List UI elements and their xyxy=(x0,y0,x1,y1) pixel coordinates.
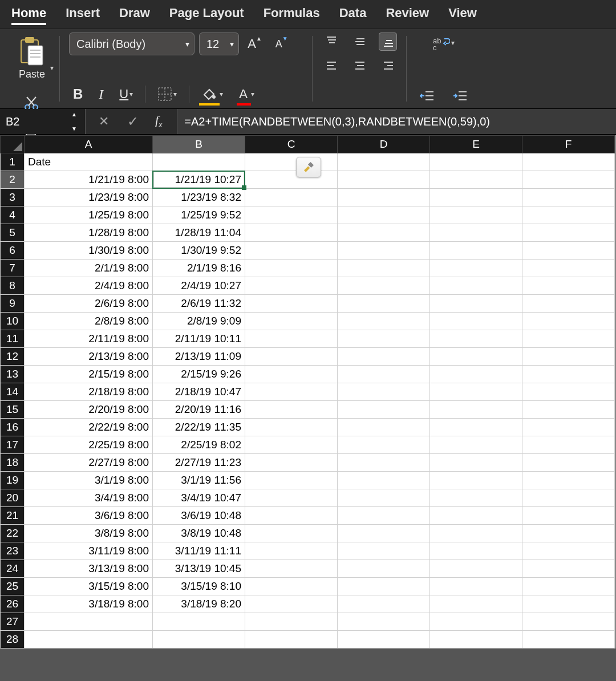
cell-E1[interactable] xyxy=(430,153,522,171)
cell-D19[interactable] xyxy=(338,472,430,489)
row-header-12[interactable]: 12 xyxy=(1,348,25,366)
column-header-C[interactable]: C xyxy=(245,136,338,153)
cell-B28[interactable] xyxy=(153,631,245,648)
cell-B4[interactable]: 1/25/19 9:52 xyxy=(153,206,245,224)
underline-button[interactable]: U▾ xyxy=(115,84,137,104)
cell-B19[interactable]: 3/1/19 11:56 xyxy=(153,472,245,489)
cell-B18[interactable]: 2/27/19 11:23 xyxy=(153,454,245,472)
cell-D10[interactable] xyxy=(338,313,430,330)
cell-C13[interactable] xyxy=(245,366,338,383)
cell-B12[interactable]: 2/13/19 11:09 xyxy=(153,348,245,366)
cell-F5[interactable] xyxy=(522,224,615,242)
cell-C21[interactable] xyxy=(245,507,338,525)
font-size-select[interactable]: 12 ▾ xyxy=(199,33,239,55)
cell-E18[interactable] xyxy=(430,454,522,472)
cell-E7[interactable] xyxy=(430,260,522,277)
cell-C19[interactable] xyxy=(245,472,338,489)
cell-E6[interactable] xyxy=(430,242,522,260)
cell-C17[interactable] xyxy=(245,436,338,454)
row-header-13[interactable]: 13 xyxy=(1,366,25,383)
row-header-19[interactable]: 19 xyxy=(1,472,25,489)
cell-F19[interactable] xyxy=(522,472,615,489)
row-header-10[interactable]: 10 xyxy=(1,313,25,330)
decrease-indent-button[interactable] xyxy=(416,87,439,105)
cell-E9[interactable] xyxy=(430,295,522,313)
cell-E2[interactable] xyxy=(430,171,522,189)
cell-E23[interactable] xyxy=(430,542,522,560)
align-bottom-button[interactable] xyxy=(379,33,397,51)
paste-button[interactable]: Paste xyxy=(14,33,50,83)
cell-A13[interactable]: 2/15/19 8:00 xyxy=(25,366,153,383)
cell-F22[interactable] xyxy=(522,525,615,542)
cell-F21[interactable] xyxy=(522,507,615,525)
cell-B3[interactable]: 1/23/19 8:32 xyxy=(153,189,245,206)
cell-B6[interactable]: 1/30/19 9:52 xyxy=(153,242,245,260)
cell-E16[interactable] xyxy=(430,419,522,436)
cell-D23[interactable] xyxy=(338,542,430,560)
row-header-20[interactable]: 20 xyxy=(1,489,25,507)
italic-button[interactable]: I xyxy=(95,84,107,105)
tab-review[interactable]: Review xyxy=(386,6,429,24)
row-header-3[interactable]: 3 xyxy=(1,189,25,206)
row-header-4[interactable]: 4 xyxy=(1,206,25,224)
row-header-17[interactable]: 17 xyxy=(1,436,25,454)
cell-F14[interactable] xyxy=(522,383,615,401)
tab-home[interactable]: Home xyxy=(11,6,46,24)
cell-F28[interactable] xyxy=(522,631,615,648)
name-box[interactable]: B2 ▲ ▼ xyxy=(0,109,86,134)
cell-A14[interactable]: 2/18/19 8:00 xyxy=(25,383,153,401)
cell-C12[interactable] xyxy=(245,348,338,366)
cell-D16[interactable] xyxy=(338,419,430,436)
cell-C8[interactable] xyxy=(245,277,338,295)
cell-D25[interactable] xyxy=(338,578,430,595)
row-header-28[interactable]: 28 xyxy=(1,631,25,648)
cell-D22[interactable] xyxy=(338,525,430,542)
row-header-2[interactable]: 2 xyxy=(1,171,25,189)
row-header-27[interactable]: 27 xyxy=(1,613,25,631)
tab-view[interactable]: View xyxy=(448,6,477,24)
cell-E8[interactable] xyxy=(430,277,522,295)
font-name-select[interactable]: Calibri (Body) ▾ xyxy=(69,33,194,55)
cell-B16[interactable]: 2/22/19 11:35 xyxy=(153,419,245,436)
cell-A19[interactable]: 3/1/19 8:00 xyxy=(25,472,153,489)
cell-F7[interactable] xyxy=(522,260,615,277)
cell-B15[interactable]: 2/20/19 11:16 xyxy=(153,401,245,419)
cell-B21[interactable]: 3/6/19 10:48 xyxy=(153,507,245,525)
align-top-button[interactable] xyxy=(322,33,340,51)
row-header-21[interactable]: 21 xyxy=(1,507,25,525)
grid[interactable]: ABCDEF1Date21/21/19 8:001/21/19 10:2731/… xyxy=(0,135,615,648)
cell-D7[interactable] xyxy=(338,260,430,277)
cell-B9[interactable]: 2/6/19 11:32 xyxy=(153,295,245,313)
row-header-11[interactable]: 11 xyxy=(1,330,25,348)
cell-A18[interactable]: 2/27/19 8:00 xyxy=(25,454,153,472)
caret-up-icon[interactable]: ▲ xyxy=(71,111,82,117)
cell-C1[interactable] xyxy=(245,153,338,171)
cell-C11[interactable] xyxy=(245,330,338,348)
cell-A22[interactable]: 3/8/19 8:00 xyxy=(25,525,153,542)
align-right-button[interactable] xyxy=(379,56,397,75)
cell-C16[interactable] xyxy=(245,419,338,436)
cell-D15[interactable] xyxy=(338,401,430,419)
cell-D1[interactable] xyxy=(338,153,430,171)
cell-B22[interactable]: 3/8/19 10:48 xyxy=(153,525,245,542)
cell-E11[interactable] xyxy=(430,330,522,348)
cell-A17[interactable]: 2/25/19 8:00 xyxy=(25,436,153,454)
cell-D4[interactable] xyxy=(338,206,430,224)
cell-D5[interactable] xyxy=(338,224,430,242)
cell-A3[interactable]: 1/23/19 8:00 xyxy=(25,189,153,206)
cell-F13[interactable] xyxy=(522,366,615,383)
cell-E14[interactable] xyxy=(430,383,522,401)
cell-B17[interactable]: 2/25/19 8:02 xyxy=(153,436,245,454)
cell-D11[interactable] xyxy=(338,330,430,348)
select-all-corner[interactable] xyxy=(1,136,25,153)
cell-E13[interactable] xyxy=(430,366,522,383)
cell-F27[interactable] xyxy=(522,613,615,631)
cell-B26[interactable]: 3/18/19 8:20 xyxy=(153,595,245,613)
font-color-button[interactable]: A ▾ xyxy=(235,84,258,104)
row-header-22[interactable]: 22 xyxy=(1,525,25,542)
bold-button[interactable]: B xyxy=(69,83,87,105)
cell-C23[interactable] xyxy=(245,542,338,560)
cell-F4[interactable] xyxy=(522,206,615,224)
cell-B25[interactable]: 3/15/19 8:10 xyxy=(153,578,245,595)
tab-insert[interactable]: Insert xyxy=(66,6,100,24)
